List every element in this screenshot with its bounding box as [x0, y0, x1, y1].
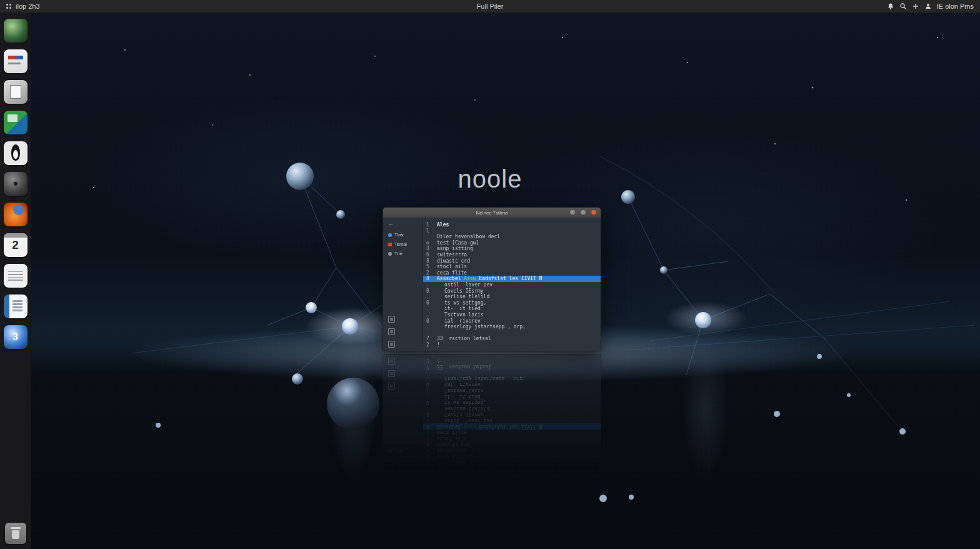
desktop-logo: noole — [0, 165, 980, 193]
file-row[interactable]: .Tsctvvn lacis — [423, 312, 601, 318]
calendar-day-label: 2 — [12, 238, 19, 252]
dock-icon-tux[interactable] — [4, 141, 28, 165]
dock-icon-disk[interactable] — [4, 172, 28, 196]
search-icon[interactable] — [899, 3, 907, 10]
dock-icon-office[interactable] — [4, 111, 28, 134]
file-row[interactable]: 0Covcls IEsrmy — [423, 288, 601, 295]
dock-icon-editor[interactable] — [4, 49, 28, 73]
dock-icon-trash[interactable] — [5, 523, 26, 544]
window-sidebar: ← Tlas Temal Tne — [383, 218, 423, 351]
file-list: 1Ales l Oiler hsvonalbow decl ⊕test [Cas… — [423, 218, 601, 351]
file-row[interactable]: .ostil laver pev — [423, 282, 601, 288]
file-row[interactable]: 1Ales — [423, 222, 601, 228]
dock-icon-globe[interactable] — [4, 19, 28, 43]
file-row[interactable]: 0ts ws settgng, — [423, 300, 601, 306]
sidebar-item-temal[interactable]: Temal — [388, 239, 422, 249]
sidebar-item-tne[interactable]: Tne — [388, 249, 422, 258]
minimize-button[interactable] — [570, 210, 575, 215]
file-row[interactable]: 3asnp istting — [423, 246, 601, 252]
notifications-icon[interactable] — [887, 3, 894, 10]
clock-label: 3 — [12, 331, 18, 343]
sidebar-item-label: Tne — [394, 251, 402, 256]
panel-tool-icon-3[interactable] — [388, 341, 395, 348]
add-icon[interactable] — [912, 3, 919, 10]
file-row[interactable]: .it- it tied — [423, 306, 601, 312]
dock-icon-calendar[interactable]: 2 — [4, 233, 28, 257]
file-row[interactable]: 6switesrrro — [423, 252, 601, 258]
file-row[interactable]: 5stocl ails — [423, 264, 601, 270]
panel-tool-icon-2[interactable] — [388, 328, 395, 335]
file-row[interactable]: 8diwastc crd — [423, 258, 601, 264]
user-icon[interactable] — [924, 3, 932, 10]
sidebar-item-label: Tlas — [394, 232, 403, 238]
dock-icon-files[interactable] — [4, 80, 28, 104]
sidebar-item-label: Temal — [394, 241, 407, 247]
file-row[interactable]: l — [423, 228, 601, 234]
file-row[interactable]: .fresrlcgy jstartsepp., orp, — [423, 324, 601, 330]
window-title: Neinec 7stbna — [476, 210, 508, 216]
file-row[interactable]: Oiler hsvonalbow decl — [423, 234, 601, 240]
back-button[interactable]: ← — [388, 221, 396, 227]
system-menu-label: ilop 2h3 — [16, 3, 40, 10]
file-row[interactable]: ⊕test [Casa-gw] — [423, 240, 601, 246]
file-row[interactable]: 733 rsction letsal — [423, 336, 601, 342]
topbar-title: Full Piler — [477, 3, 504, 10]
window-titlebar[interactable]: Neinec 7stbna — [383, 208, 601, 218]
place-icon — [388, 243, 392, 246]
file-row-selected[interactable]: 4 Assscbel Assw Eadsfslst les IIVIT N — [423, 276, 601, 282]
close-button[interactable] — [591, 210, 596, 215]
dock-icon-notes[interactable] — [4, 264, 28, 288]
status-text[interactable]: IE olon Pms — [937, 3, 974, 10]
panel-tool-icon-1[interactable] — [388, 316, 395, 323]
file-row[interactable]: 2ceca flite — [423, 270, 601, 276]
file-row[interactable] — [423, 330, 601, 336]
maximize-button[interactable] — [581, 210, 586, 215]
file-row[interactable]: 0ial riverev — [423, 318, 601, 325]
apps-grid-icon — [6, 4, 12, 9]
dock-icon-firefox[interactable] — [4, 203, 28, 226]
place-icon — [388, 252, 392, 256]
file-manager-window: Neinec 7stbna ← Tlas Temal Tne — [382, 207, 601, 351]
file-row[interactable]: .serlise tlelild — [423, 294, 601, 300]
dock-icon-document[interactable] — [4, 295, 28, 318]
top-bar: ilop 2h3 Full Piler IE olon Pms — [0, 0, 980, 13]
dock-icon-clock[interactable]: 3 — [4, 325, 28, 349]
system-menu[interactable]: ilop 2h3 — [6, 3, 40, 10]
place-icon — [388, 233, 392, 237]
dock: 2 3 — [0, 13, 31, 549]
sidebar-item-tlas[interactable]: Tlas — [388, 230, 422, 239]
file-row[interactable]: 2! — [423, 342, 601, 348]
